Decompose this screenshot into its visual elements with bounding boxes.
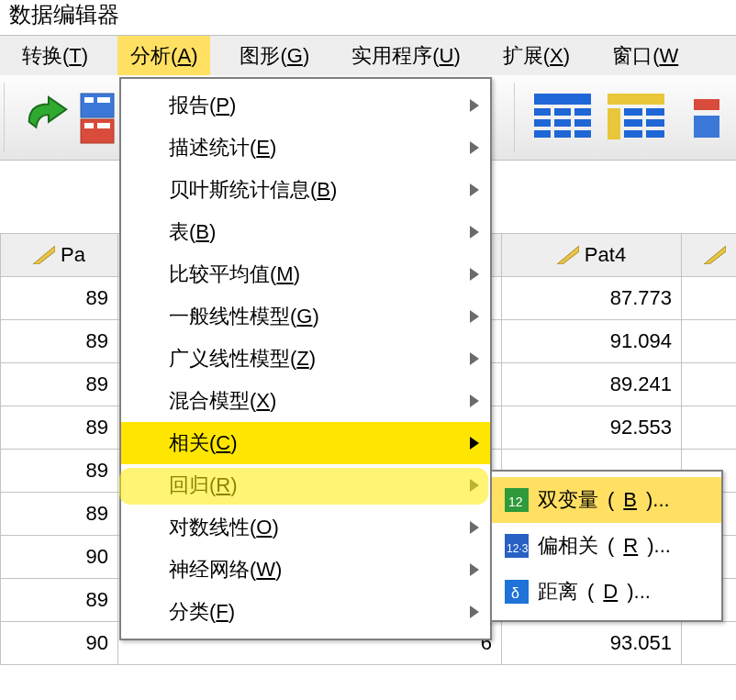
cell[interactable]: 89 bbox=[1, 493, 118, 536]
menu-analyze[interactable]: 分析(A) bbox=[117, 36, 210, 76]
cell[interactable] bbox=[682, 277, 737, 320]
submenu-arrow-icon bbox=[470, 352, 479, 365]
submenu-item-label: 双变量 bbox=[538, 486, 598, 514]
column-header-next[interactable] bbox=[682, 234, 737, 277]
cell[interactable]: 90 bbox=[1, 622, 118, 665]
menu-graphs-label: 图形 bbox=[240, 42, 280, 70]
svg-rect-15 bbox=[574, 130, 591, 138]
svg-rect-13 bbox=[534, 130, 551, 138]
menu-item-label: 混合模型 bbox=[169, 387, 250, 415]
submenu-arrow-icon bbox=[470, 99, 479, 112]
menu-item-label: 分类 bbox=[169, 598, 209, 626]
analyze-menu-item[interactable]: 描述统计(E) bbox=[121, 127, 490, 169]
analyze-menu-item[interactable]: 表(B) bbox=[121, 211, 490, 253]
analyze-menu-item[interactable]: 神经网络(W) bbox=[121, 549, 490, 591]
analyze-menu-item[interactable]: 混合模型(X) bbox=[121, 380, 490, 422]
svg-rect-1 bbox=[81, 119, 114, 143]
submenu-arrow-icon bbox=[470, 268, 479, 281]
menu-item-label: 一般线性模型 bbox=[169, 303, 290, 330]
submenu-arrow-icon bbox=[470, 563, 479, 576]
menu-item-label: 对数线性 bbox=[169, 514, 250, 541]
correlate-submenu-item[interactable]: 12双变量(B)... bbox=[492, 477, 721, 523]
menu-item-label: 神经网络 bbox=[169, 556, 250, 583]
analyze-menu-item[interactable]: 比较平均值(M) bbox=[121, 253, 490, 295]
svg-rect-3 bbox=[97, 97, 110, 103]
cell[interactable]: 92.553 bbox=[502, 406, 682, 450]
menu-item-label: 回归 bbox=[169, 472, 209, 499]
svg-rect-2 bbox=[84, 97, 94, 103]
column-header-pa[interactable]: Pa bbox=[1, 234, 118, 277]
cell[interactable]: 89 bbox=[1, 320, 118, 363]
submenu-arrow-icon bbox=[470, 394, 479, 407]
analyze-menu-item[interactable]: 一般线性模型(G) bbox=[121, 295, 490, 338]
svg-rect-19 bbox=[646, 108, 664, 116]
svg-text:12: 12 bbox=[508, 494, 523, 509]
svg-rect-0 bbox=[81, 94, 114, 117]
cell[interactable]: 89 bbox=[1, 579, 118, 622]
analyze-menu-item[interactable]: 报告(P) bbox=[121, 84, 490, 127]
svg-rect-18 bbox=[624, 108, 642, 116]
cell[interactable]: 91.094 bbox=[502, 320, 682, 363]
menu-analyze-label: 分析 bbox=[130, 42, 171, 70]
cell[interactable]: 89 bbox=[1, 406, 118, 450]
submenu-arrow-icon bbox=[470, 479, 479, 492]
submenu-arrow-icon bbox=[470, 437, 479, 450]
correlate-submenu-item[interactable]: δ距离(D)... bbox=[492, 569, 721, 615]
svg-rect-12 bbox=[574, 119, 591, 127]
goto-case-button[interactable] bbox=[79, 92, 116, 145]
menu-item-label: 报告 bbox=[169, 92, 209, 119]
menu-utilities-label: 实用程序 bbox=[351, 42, 432, 70]
menu-transform-label: 转换 bbox=[22, 42, 62, 70]
svg-rect-10 bbox=[534, 119, 551, 127]
submenu-arrow-icon bbox=[470, 521, 479, 534]
cell[interactable]: 89.241 bbox=[502, 363, 682, 406]
analyze-menu-item[interactable]: 回归(R) bbox=[121, 464, 490, 506]
toolbar-unknown-button[interactable] bbox=[690, 92, 727, 143]
column-header-pat4[interactable]: Pat4 bbox=[502, 234, 682, 277]
toolbar-separator bbox=[514, 83, 515, 152]
correlate-submenu: 12双变量(B)...12·3偏相关(R)...δ距离(D)... bbox=[490, 470, 723, 622]
menu-transform[interactable]: 转换(T) bbox=[9, 36, 101, 76]
svg-rect-7 bbox=[534, 108, 551, 116]
correlate-submenu-item[interactable]: 12·3偏相关(R)... bbox=[492, 523, 721, 569]
cell[interactable] bbox=[682, 622, 737, 665]
svg-rect-20 bbox=[624, 119, 642, 127]
svg-marker-26 bbox=[33, 246, 55, 264]
menu-window[interactable]: 窗口(W bbox=[599, 36, 691, 76]
analyze-menu-item[interactable]: 贝叶斯统计信息(B) bbox=[121, 169, 490, 211]
ruler-icon bbox=[33, 246, 55, 264]
menu-graphs[interactable]: 图形(G) bbox=[227, 36, 322, 76]
redo-button[interactable] bbox=[20, 92, 73, 145]
cell[interactable]: 93.051 bbox=[502, 622, 682, 665]
cell[interactable] bbox=[682, 406, 737, 450]
cell[interactable]: 90 bbox=[1, 536, 118, 579]
data-grid-button[interactable] bbox=[532, 92, 593, 143]
analyze-menu-item[interactable]: 相关(C) bbox=[121, 422, 490, 464]
menu-item-label: 比较平均值 bbox=[169, 261, 270, 288]
svg-rect-17 bbox=[608, 108, 620, 139]
cell[interactable]: 89 bbox=[1, 363, 118, 406]
cell[interactable] bbox=[682, 363, 737, 406]
analyze-menu-item[interactable]: 对数线性(O) bbox=[121, 506, 490, 549]
menu-utilities[interactable]: 实用程序(U) bbox=[339, 36, 474, 76]
menu-extensions[interactable]: 扩展(X) bbox=[490, 36, 583, 76]
svg-rect-6 bbox=[534, 94, 591, 105]
cell[interactable] bbox=[682, 320, 737, 363]
menu-extensions-label: 扩展 bbox=[503, 42, 543, 70]
svg-rect-16 bbox=[608, 94, 664, 105]
svg-marker-28 bbox=[704, 246, 726, 264]
analyze-menu-item[interactable]: 广义线性模型(Z) bbox=[121, 338, 490, 380]
crosstab-button[interactable] bbox=[606, 92, 666, 143]
submenu-item-label: 距离 bbox=[538, 578, 578, 606]
menu-item-label: 描述统计 bbox=[169, 134, 250, 161]
analyze-menu-item[interactable]: 分类(F) bbox=[121, 591, 490, 633]
svg-rect-8 bbox=[554, 108, 571, 116]
svg-rect-24 bbox=[694, 99, 719, 110]
cell[interactable]: 89 bbox=[1, 450, 118, 493]
partial-icon: 12·3 bbox=[505, 534, 529, 558]
cell[interactable]: 89 bbox=[1, 277, 118, 320]
svg-text:δ: δ bbox=[511, 585, 519, 601]
cell[interactable]: 87.773 bbox=[502, 277, 682, 320]
submenu-item-label: 偏相关 bbox=[538, 532, 598, 560]
svg-rect-22 bbox=[624, 130, 642, 138]
